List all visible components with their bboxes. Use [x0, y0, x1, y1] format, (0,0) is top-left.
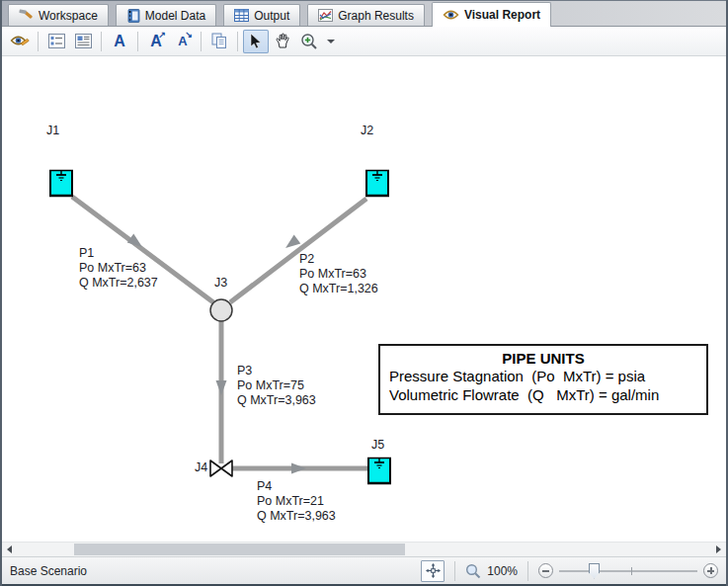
tab-label: Workspace [39, 9, 98, 23]
zoom-in-icon [300, 33, 318, 50]
table-icon [234, 9, 249, 22]
legend-line: Volumetric Flowrate (Q MxTr) = gal/min [380, 385, 706, 404]
tab-model-data[interactable]: Model Data [116, 4, 216, 26]
pipe-units-legend: PIPE UNITS Pressure Stagnation (Po MxTr)… [378, 344, 708, 415]
junction-label-j1: J1 [46, 124, 59, 137]
zoom-in-button[interactable] [703, 563, 718, 578]
status-separator [454, 561, 455, 581]
zoom-tool-button[interactable] [296, 30, 322, 53]
junction-label-j5: J5 [371, 438, 384, 452]
junction-label-j4: J4 [195, 460, 207, 474]
pipe-q-value: Q MxTr=3,963 [237, 393, 316, 408]
zoom-slider-tick [631, 567, 632, 575]
horizontal-scrollbar[interactable] [2, 542, 726, 556]
decrease-font-button[interactable]: A ↘ [170, 30, 196, 53]
pipe-id: P2 [299, 252, 378, 267]
pipe-p4[interactable] [227, 463, 368, 474]
arrow-down-icon: ↘ [185, 31, 193, 40]
select-tool-button[interactable] [243, 30, 269, 53]
pipe-label-p4: P4 Po MxTr=21 Q MxTr=3,963 [257, 479, 336, 524]
font-button-label: A [114, 34, 125, 49]
chevron-down-icon [327, 40, 335, 43]
tab-label: Output [254, 9, 289, 23]
chevron-right-icon [716, 545, 721, 553]
notebook-icon [126, 9, 140, 23]
scrollbar-thumb[interactable] [74, 544, 405, 555]
zoom-slider-track[interactable] [559, 570, 697, 572]
junction-label-j2: J2 [361, 124, 373, 137]
toolbar-separator [101, 32, 102, 51]
fit-arrows-icon [426, 563, 441, 578]
eye-pencil-icon [10, 34, 30, 49]
tab-label: Model Data [145, 9, 205, 23]
plus-icon [707, 567, 714, 574]
pipe-po-value: Po MxTr=75 [237, 378, 316, 393]
arrow-up-icon: ↗ [158, 31, 166, 40]
text-report-button[interactable] [70, 30, 96, 53]
tab-graph-results[interactable]: Graph Results [307, 4, 425, 26]
zoom-tool-dropdown[interactable] [323, 30, 337, 53]
reservoir-icon-j5[interactable] [367, 458, 391, 484]
hammer-icon [19, 9, 34, 23]
junction-label-j3: J3 [214, 276, 227, 290]
zoom-level-value: 100% [487, 564, 518, 578]
pipe-po-value: Po MxTr=63 [79, 261, 158, 276]
scroll-right-button[interactable] [711, 543, 726, 556]
toolbar-separator [38, 32, 39, 51]
graph-icon [318, 9, 333, 22]
toolbar-separator [137, 32, 138, 51]
visual-report-toolbar: A A ↗ A ↘ [2, 27, 726, 56]
scroll-left-button[interactable] [2, 543, 17, 556]
pipe-id: P1 [79, 246, 158, 261]
cursor-arrow-icon [250, 34, 262, 49]
checklist-icon [48, 34, 65, 48]
toolbar-separator [237, 32, 238, 51]
copy-button[interactable] [206, 30, 232, 53]
legend-title: PIPE UNITS [380, 350, 706, 367]
pipe-q-value: Q MxTr=1,326 [299, 282, 378, 296]
pipe-po-value: Po MxTr=63 [299, 267, 378, 282]
display-options-button[interactable] [43, 30, 69, 53]
toolbar-separator [201, 32, 202, 51]
font-button[interactable]: A [107, 30, 132, 53]
increase-font-button[interactable]: A ↗ [143, 30, 169, 53]
pipe-po-value: Po MxTr=21 [257, 494, 336, 509]
eye-icon [443, 9, 459, 21]
text-page-icon [75, 34, 92, 48]
status-zoom-controls: 100% [421, 560, 718, 582]
branch-icon-j3[interactable] [210, 299, 232, 321]
pipe-p3[interactable] [216, 321, 227, 463]
zoom-slider[interactable] [559, 561, 697, 581]
pipe-id: P4 [257, 479, 336, 494]
zoom-to-fit-button[interactable] [421, 560, 445, 582]
visual-report-options-button[interactable] [7, 30, 33, 53]
pan-tool-button[interactable] [270, 30, 295, 53]
scenario-label: Base Scenario [10, 564, 87, 578]
pipe-q-value: Q MxTr=2,637 [79, 276, 158, 291]
visual-report-window: Workspace Model Data Output [0, 0, 728, 586]
pipe-label-p3: P3 Po MxTr=75 Q MxTr=3,963 [237, 364, 316, 408]
zoom-slider-thumb[interactable] [589, 563, 600, 579]
status-separator [527, 561, 528, 581]
zoom-out-button[interactable] [538, 563, 553, 578]
tab-output[interactable]: Output [223, 4, 300, 26]
pipe-q-value: Q MxTr=3,963 [257, 509, 336, 524]
flow-arrow [216, 380, 227, 395]
chevron-left-icon [7, 545, 12, 553]
tab-label: Graph Results [338, 9, 414, 23]
reservoir-icon-j1[interactable] [49, 170, 73, 197]
tab-visual-report[interactable]: Visual Report [432, 2, 551, 27]
flow-arrow [291, 463, 306, 474]
tab-workspace[interactable]: Workspace [8, 4, 109, 26]
magnifier-icon [465, 563, 481, 579]
reservoir-icon-j2[interactable] [365, 170, 389, 197]
tab-label: Visual Report [464, 8, 540, 22]
copy-icon [211, 33, 228, 49]
pipe-label-p1: P1 Po MxTr=63 Q MxTr=2,637 [79, 246, 158, 291]
hand-icon [275, 33, 291, 49]
visual-report-canvas[interactable]: J1 J2 J3 J4 J5 P1 Po MxTr=63 Q MxTr=2,63… [2, 56, 726, 542]
pipe-id: P3 [237, 364, 316, 378]
main-tab-bar: Workspace Model Data Output [2, 0, 726, 27]
pipe-label-p2: P2 Po MxTr=63 Q MxTr=1,326 [299, 252, 378, 296]
legend-line: Pressure Stagnation (Po MxTr) = psia [380, 367, 706, 385]
